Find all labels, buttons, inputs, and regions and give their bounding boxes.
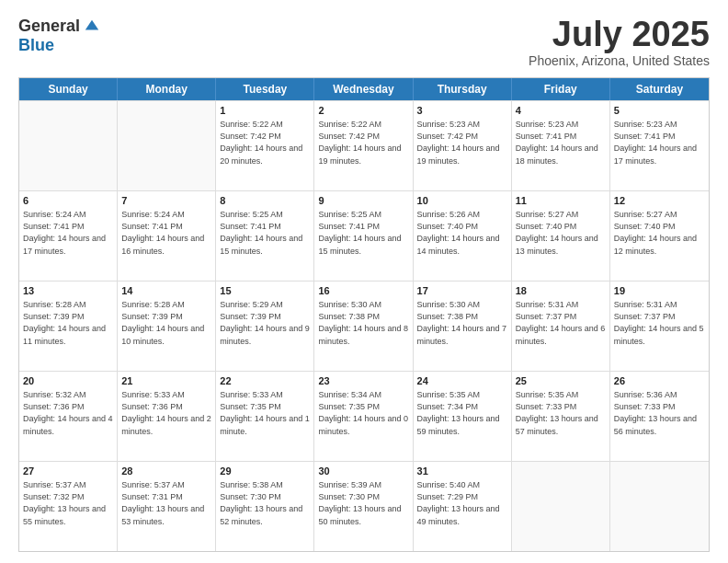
day-info: Sunrise: 5:22 AM Sunset: 7:42 PM Dayligh… <box>220 119 310 167</box>
day-number: 23 <box>318 374 408 388</box>
calendar-cell: 21Sunrise: 5:33 AM Sunset: 7:36 PM Dayli… <box>118 372 216 461</box>
day-number: 29 <box>220 465 310 478</box>
day-info: Sunrise: 5:34 AM Sunset: 7:35 PM Dayligh… <box>318 389 408 437</box>
day-number: 12 <box>614 194 705 208</box>
day-info: Sunrise: 5:39 AM Sunset: 7:30 PM Dayligh… <box>318 479 408 527</box>
calendar-cell: 14Sunrise: 5:28 AM Sunset: 7:39 PM Dayli… <box>118 282 216 371</box>
calendar-row: 20Sunrise: 5:32 AM Sunset: 7:36 PM Dayli… <box>19 371 709 461</box>
calendar-header: SundayMondayTuesdayWednesdayThursdayFrid… <box>19 78 709 100</box>
calendar-cell: 15Sunrise: 5:29 AM Sunset: 7:39 PM Dayli… <box>216 282 314 371</box>
day-info: Sunrise: 5:40 AM Sunset: 7:29 PM Dayligh… <box>417 479 507 527</box>
calendar-cell: 25Sunrise: 5:35 AM Sunset: 7:33 PM Dayli… <box>512 372 610 461</box>
location-title: Phoenix, Arizona, United States <box>529 53 710 68</box>
calendar-row: 27Sunrise: 5:37 AM Sunset: 7:32 PM Dayli… <box>19 461 709 551</box>
day-info: Sunrise: 5:27 AM Sunset: 7:40 PM Dayligh… <box>516 209 606 257</box>
weekday-header: Friday <box>512 78 610 100</box>
logo: General Blue <box>18 17 100 55</box>
calendar-row: 1Sunrise: 5:22 AM Sunset: 7:42 PM Daylig… <box>19 100 709 190</box>
day-number: 6 <box>23 194 113 208</box>
calendar-body: 1Sunrise: 5:22 AM Sunset: 7:42 PM Daylig… <box>19 100 709 551</box>
day-number: 24 <box>417 374 507 388</box>
day-info: Sunrise: 5:36 AM Sunset: 7:33 PM Dayligh… <box>614 389 705 437</box>
day-number: 21 <box>121 374 211 388</box>
calendar-cell: 7Sunrise: 5:24 AM Sunset: 7:41 PM Daylig… <box>118 191 216 281</box>
month-title: July 2025 <box>529 17 710 52</box>
calendar-cell: 4Sunrise: 5:23 AM Sunset: 7:41 PM Daylig… <box>512 101 610 190</box>
weekday-header: Wednesday <box>314 78 413 100</box>
day-info: Sunrise: 5:30 AM Sunset: 7:38 PM Dayligh… <box>318 299 408 347</box>
day-number: 14 <box>121 284 211 298</box>
calendar-cell: 19Sunrise: 5:31 AM Sunset: 7:37 PM Dayli… <box>610 282 709 371</box>
calendar-cell <box>512 462 610 551</box>
day-info: Sunrise: 5:35 AM Sunset: 7:34 PM Dayligh… <box>417 389 507 437</box>
day-info: Sunrise: 5:24 AM Sunset: 7:41 PM Dayligh… <box>121 209 211 257</box>
day-info: Sunrise: 5:31 AM Sunset: 7:37 PM Dayligh… <box>516 299 606 347</box>
calendar-cell <box>610 462 709 551</box>
day-number: 25 <box>516 374 606 388</box>
calendar-cell: 26Sunrise: 5:36 AM Sunset: 7:33 PM Dayli… <box>610 372 709 461</box>
day-number: 15 <box>220 284 310 298</box>
calendar-cell: 29Sunrise: 5:38 AM Sunset: 7:30 PM Dayli… <box>216 462 314 551</box>
header: General Blue July 2025 Phoenix, Arizona,… <box>18 17 710 68</box>
calendar-cell: 13Sunrise: 5:28 AM Sunset: 7:39 PM Dayli… <box>19 282 118 371</box>
day-number: 13 <box>23 284 113 298</box>
day-number: 30 <box>318 465 408 478</box>
day-number: 1 <box>220 104 310 118</box>
calendar-row: 6Sunrise: 5:24 AM Sunset: 7:41 PM Daylig… <box>19 190 709 281</box>
day-info: Sunrise: 5:28 AM Sunset: 7:39 PM Dayligh… <box>121 299 211 347</box>
weekday-header: Monday <box>118 78 216 100</box>
calendar-cell: 23Sunrise: 5:34 AM Sunset: 7:35 PM Dayli… <box>314 372 413 461</box>
day-info: Sunrise: 5:33 AM Sunset: 7:35 PM Dayligh… <box>220 389 310 437</box>
weekday-header: Sunday <box>19 78 118 100</box>
day-info: Sunrise: 5:28 AM Sunset: 7:39 PM Dayligh… <box>23 299 113 347</box>
calendar-cell: 6Sunrise: 5:24 AM Sunset: 7:41 PM Daylig… <box>19 191 118 281</box>
weekday-header: Tuesday <box>216 78 314 100</box>
day-info: Sunrise: 5:30 AM Sunset: 7:38 PM Dayligh… <box>417 299 507 347</box>
weekday-header: Saturday <box>610 78 709 100</box>
day-info: Sunrise: 5:38 AM Sunset: 7:30 PM Dayligh… <box>220 479 310 527</box>
calendar-cell: 17Sunrise: 5:30 AM Sunset: 7:38 PM Dayli… <box>414 282 512 371</box>
calendar-cell: 31Sunrise: 5:40 AM Sunset: 7:29 PM Dayli… <box>414 462 512 551</box>
calendar-cell: 24Sunrise: 5:35 AM Sunset: 7:34 PM Dayli… <box>414 372 512 461</box>
day-number: 20 <box>23 374 113 388</box>
day-number: 17 <box>417 284 507 298</box>
day-info: Sunrise: 5:27 AM Sunset: 7:40 PM Dayligh… <box>614 209 705 257</box>
weekday-header: Thursday <box>414 78 512 100</box>
day-info: Sunrise: 5:23 AM Sunset: 7:42 PM Dayligh… <box>417 119 507 167</box>
day-info: Sunrise: 5:24 AM Sunset: 7:41 PM Dayligh… <box>23 209 113 257</box>
calendar-cell: 8Sunrise: 5:25 AM Sunset: 7:41 PM Daylig… <box>216 191 314 281</box>
day-number: 8 <box>220 194 310 208</box>
day-number: 10 <box>417 194 507 208</box>
day-info: Sunrise: 5:35 AM Sunset: 7:33 PM Dayligh… <box>516 389 606 437</box>
calendar-cell: 10Sunrise: 5:26 AM Sunset: 7:40 PM Dayli… <box>414 191 512 281</box>
calendar-cell: 28Sunrise: 5:37 AM Sunset: 7:31 PM Dayli… <box>118 462 216 551</box>
calendar-cell: 3Sunrise: 5:23 AM Sunset: 7:42 PM Daylig… <box>414 101 512 190</box>
day-number: 11 <box>516 194 606 208</box>
calendar-cell: 9Sunrise: 5:25 AM Sunset: 7:41 PM Daylig… <box>314 191 413 281</box>
day-number: 4 <box>516 104 606 118</box>
day-number: 28 <box>121 465 211 478</box>
day-info: Sunrise: 5:29 AM Sunset: 7:39 PM Dayligh… <box>220 299 310 347</box>
calendar-cell: 11Sunrise: 5:27 AM Sunset: 7:40 PM Dayli… <box>512 191 610 281</box>
calendar-cell: 22Sunrise: 5:33 AM Sunset: 7:35 PM Dayli… <box>216 372 314 461</box>
logo-blue: Blue <box>18 36 54 55</box>
day-info: Sunrise: 5:23 AM Sunset: 7:41 PM Dayligh… <box>516 119 606 167</box>
day-info: Sunrise: 5:37 AM Sunset: 7:31 PM Dayligh… <box>121 479 211 527</box>
calendar-cell: 5Sunrise: 5:23 AM Sunset: 7:41 PM Daylig… <box>610 101 709 190</box>
calendar-row: 13Sunrise: 5:28 AM Sunset: 7:39 PM Dayli… <box>19 281 709 371</box>
day-info: Sunrise: 5:22 AM Sunset: 7:42 PM Dayligh… <box>318 119 408 167</box>
day-info: Sunrise: 5:25 AM Sunset: 7:41 PM Dayligh… <box>220 209 310 257</box>
page: General Blue July 2025 Phoenix, Arizona,… <box>0 0 728 563</box>
day-number: 3 <box>417 104 507 118</box>
day-info: Sunrise: 5:37 AM Sunset: 7:32 PM Dayligh… <box>23 479 113 527</box>
day-info: Sunrise: 5:32 AM Sunset: 7:36 PM Dayligh… <box>23 389 113 437</box>
day-info: Sunrise: 5:23 AM Sunset: 7:41 PM Dayligh… <box>614 119 705 167</box>
day-info: Sunrise: 5:26 AM Sunset: 7:40 PM Dayligh… <box>417 209 507 257</box>
day-number: 7 <box>121 194 211 208</box>
calendar-cell <box>118 101 216 190</box>
calendar-cell: 20Sunrise: 5:32 AM Sunset: 7:36 PM Dayli… <box>19 372 118 461</box>
day-info: Sunrise: 5:31 AM Sunset: 7:37 PM Dayligh… <box>614 299 705 347</box>
day-number: 31 <box>417 465 507 478</box>
day-number: 22 <box>220 374 310 388</box>
calendar-cell: 1Sunrise: 5:22 AM Sunset: 7:42 PM Daylig… <box>216 101 314 190</box>
